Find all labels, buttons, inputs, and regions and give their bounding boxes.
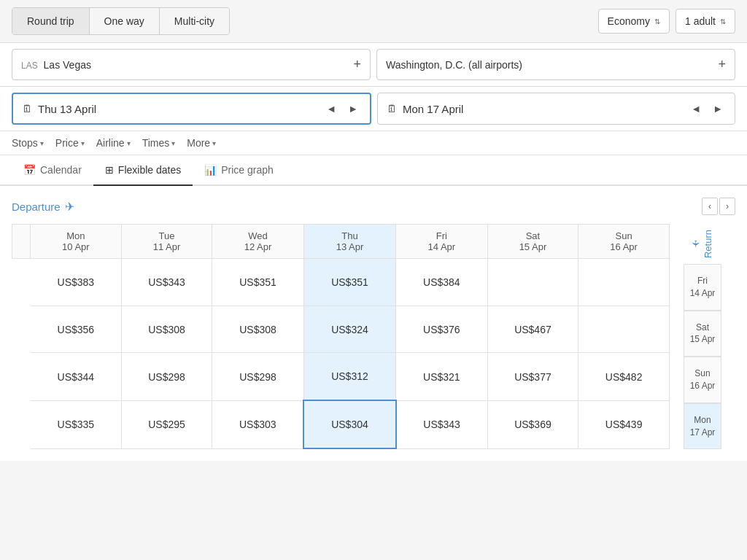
passengers-select-arrow: ⇅: [720, 18, 726, 26]
price-cell-r1-c6[interactable]: [578, 306, 670, 353]
price-cell-r3-c6[interactable]: US$439: [578, 400, 670, 448]
price-cell-r1-c5[interactable]: US$467: [487, 306, 578, 353]
departure-header: Departure ✈ ‹ ›: [12, 198, 735, 215]
main-content: Departure ✈ ‹ › Mon10 AprTue11 AprWed12 …: [0, 186, 747, 461]
col-header-0: Mon10 Apr: [31, 225, 122, 259]
return-next-button[interactable]: ►: [710, 101, 726, 116]
multi-city-button[interactable]: Multi-city: [160, 8, 229, 34]
price-cell-r3-c5[interactable]: US$369: [487, 400, 578, 448]
origin-code: LAS: [21, 61, 38, 71]
price-cell-r3-c2[interactable]: US$303: [212, 400, 303, 448]
table-row: US$383US$343US$351US$351US$384: [12, 259, 670, 306]
price-cell-r2-c6[interactable]: US$482: [578, 353, 670, 400]
trip-type-group: Round trip One way Multi-city: [12, 7, 230, 35]
col-header-1: Tue11 Apr: [121, 225, 212, 259]
price-cell-r2-c4[interactable]: US$321: [396, 353, 487, 400]
return-prev-button[interactable]: ◄: [688, 101, 704, 116]
price-cell-r1-c4[interactable]: US$376: [396, 306, 487, 353]
price-cell-r2-c3[interactable]: US$312: [303, 353, 395, 400]
return-cell-0[interactable]: Fri14 Apr: [684, 264, 722, 311]
price-cell-r1-c1[interactable]: US$308: [121, 306, 212, 353]
passengers-label: 1 adult: [685, 15, 716, 27]
table-row: US$344US$298US$298US$312US$321US$377US$4…: [12, 353, 670, 400]
price-cell-r0-c0[interactable]: US$383: [31, 259, 122, 306]
destination-name: Washington, D.C. (all airports): [386, 59, 522, 71]
destination-plus-icon: +: [718, 57, 726, 72]
price-cell-r0-c1[interactable]: US$343: [121, 259, 212, 306]
passengers-select[interactable]: 1 adult ⇅: [676, 9, 735, 34]
tab-flexible-dates[interactable]: ⊞ Flexible dates: [93, 155, 193, 186]
origin-plus-icon: +: [353, 57, 361, 72]
view-tabs: 📅 Calendar⊞ Flexible dates📊 Price graph: [0, 155, 747, 186]
destination-input[interactable]: Washington, D.C. (all airports) +: [376, 49, 735, 80]
price-cell-r2-c1[interactable]: US$298: [121, 353, 212, 400]
filter-price-button[interactable]: Price▾: [55, 137, 85, 149]
price-cell-r2-c0[interactable]: US$344: [31, 353, 122, 400]
departure-plane-icon: ✈: [65, 200, 74, 214]
price-cell-r2-c2[interactable]: US$298: [212, 353, 303, 400]
filter-arrow-2: ▾: [127, 139, 131, 147]
tab-price-graph[interactable]: 📊 Price graph: [193, 155, 285, 186]
price-cell-r0-c4[interactable]: US$384: [396, 259, 487, 306]
filter-more-button[interactable]: More▾: [187, 137, 216, 149]
grid-prev-button[interactable]: ‹: [702, 198, 718, 215]
filter-arrow-3: ▾: [171, 139, 175, 147]
price-cell-r3-c1[interactable]: US$295: [121, 400, 212, 448]
search-row: LAS Las Vegas + Washington, D.C. (all ai…: [0, 43, 747, 87]
price-cell-r0-c3[interactable]: US$351: [303, 259, 395, 306]
depart-date-input[interactable]: 🗓 Thu 13 April ◄ ►: [12, 93, 371, 125]
depart-calendar-icon: 🗓: [22, 103, 32, 114]
col-header-3: Thu13 Apr: [303, 225, 395, 259]
price-cell-r3-c3[interactable]: US$304: [303, 400, 395, 448]
filter-arrow-1: ▾: [81, 139, 85, 147]
filter-airline-button[interactable]: Airline▾: [96, 137, 131, 149]
filter-times-button[interactable]: Times▾: [142, 137, 176, 149]
depart-prev-button[interactable]: ◄: [323, 101, 339, 116]
col-header-6: Sun16 Apr: [578, 225, 670, 259]
table-row: US$335US$295US$303US$304US$343US$369US$4…: [12, 400, 670, 448]
price-cell-r0-c5[interactable]: [487, 259, 578, 306]
origin-name: Las Vegas: [44, 59, 91, 71]
filter-arrow-0: ▾: [40, 139, 44, 147]
table-row: US$356US$308US$308US$324US$376US$467: [12, 306, 670, 353]
class-label: Economy: [608, 15, 650, 27]
depart-date-text: Thu 13 April: [38, 103, 96, 115]
col-header-4: Fri14 Apr: [396, 225, 487, 259]
return-cell-3[interactable]: Mon17 Apr: [684, 403, 722, 450]
col-header-5: Sat15 Apr: [487, 225, 578, 259]
price-grid: Mon10 AprTue11 AprWed12 AprThu13 AprFri1…: [12, 224, 670, 449]
filter-stops-button[interactable]: Stops▾: [12, 137, 44, 149]
filter-arrow-4: ▾: [212, 139, 216, 147]
grid-wrapper: Mon10 AprTue11 AprWed12 AprThu13 AprFri1…: [12, 224, 735, 449]
class-select[interactable]: Economy ⇅: [598, 9, 670, 34]
filter-row: Stops▾Price▾Airline▾Times▾More▾: [0, 131, 747, 155]
return-label: Return: [703, 230, 713, 258]
depart-next-button[interactable]: ►: [345, 101, 361, 116]
price-cell-r1-c2[interactable]: US$308: [212, 306, 303, 353]
price-cell-r3-c4[interactable]: US$343: [396, 400, 487, 448]
one-way-button[interactable]: One way: [90, 8, 160, 34]
select-group: Economy ⇅ 1 adult ⇅: [598, 9, 735, 34]
price-cell-r0-c2[interactable]: US$351: [212, 259, 303, 306]
price-cell-r1-c0[interactable]: US$356: [31, 306, 122, 353]
round-trip-button[interactable]: Round trip: [12, 8, 90, 34]
return-cell-1[interactable]: Sat15 Apr: [684, 311, 722, 357]
grid-next-button[interactable]: ›: [719, 198, 735, 215]
top-bar: Round trip One way Multi-city Economy ⇅ …: [0, 0, 747, 43]
price-cell-r2-c5[interactable]: US$377: [487, 353, 578, 400]
price-cell-r0-c6[interactable]: [578, 259, 670, 306]
return-plane-icon: ✈: [690, 240, 701, 248]
return-date-input[interactable]: 🗓 Mon 17 April ◄ ►: [377, 93, 735, 125]
tab-calendar[interactable]: 📅 Calendar: [12, 155, 93, 186]
departure-label: Departure ✈: [12, 200, 74, 214]
departure-text: Departure: [12, 201, 61, 213]
return-cell-2[interactable]: Sun16 Apr: [684, 357, 722, 403]
class-select-arrow: ⇅: [654, 18, 660, 26]
return-calendar-icon: 🗓: [387, 103, 397, 114]
return-date-text: Mon 17 April: [403, 103, 463, 115]
date-row: 🗓 Thu 13 April ◄ ► 🗓 Mon 17 April ◄ ►: [0, 87, 747, 131]
price-cell-r3-c0[interactable]: US$335: [31, 400, 122, 448]
col-header-2: Wed12 Apr: [212, 225, 303, 259]
origin-input[interactable]: LAS Las Vegas +: [12, 49, 371, 80]
price-cell-r1-c3[interactable]: US$324: [303, 306, 395, 353]
